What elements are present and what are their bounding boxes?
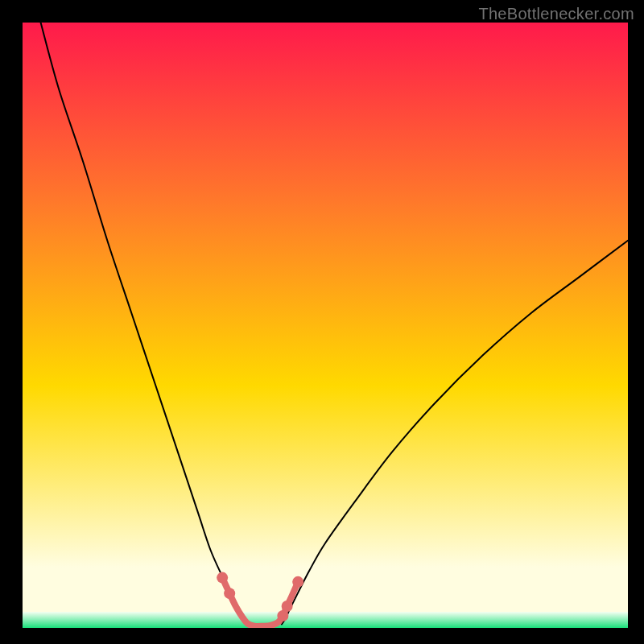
green-strip [23,612,628,628]
valley-dot [224,588,235,599]
gradient-background [23,23,628,628]
plot-area [23,23,628,628]
chart-svg [23,23,628,628]
valley-dot [292,576,303,588]
watermark: TheBottlenecker.com [478,5,634,23]
valley-dot [217,572,228,584]
valley-dot [282,601,293,612]
valley-dot [277,610,288,621]
chart-frame: TheBottlenecker.com [0,0,644,644]
